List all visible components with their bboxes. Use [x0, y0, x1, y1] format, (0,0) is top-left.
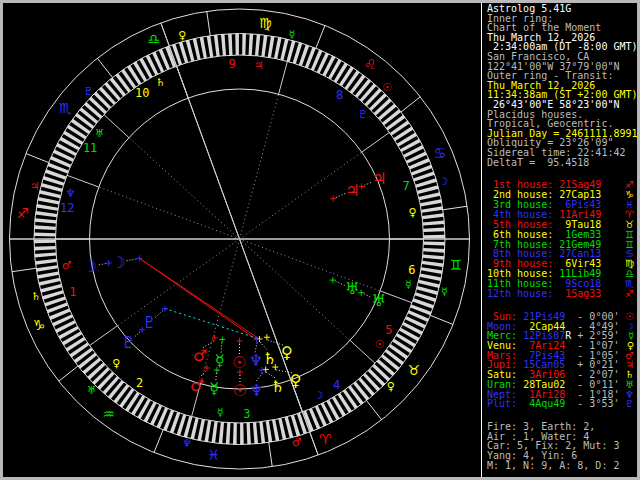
house-cusp-spoke: [129, 138, 240, 239]
house-number: 4: [333, 378, 340, 392]
planet-position-table: Sun: 21Pis49 - 0°00'☉Moon: 2Cap44 - 4°49…: [487, 312, 640, 409]
aspect-line: [165, 309, 260, 339]
sign-divider: [316, 25, 325, 48]
sign-ruler-icon: ♅: [87, 384, 97, 397]
chart-info-line: DeltaT = 95.4518: [487, 158, 640, 168]
degree-tick-cell: [423, 254, 445, 259]
house-cusp-spoke: [99, 187, 240, 239]
degree-tick-cell: [99, 87, 116, 105]
degree-tick-cell: [34, 225, 56, 230]
degree-tick-cell: [418, 280, 440, 288]
degree-tick-cell: [280, 39, 288, 61]
degree-tick-cell: [36, 204, 58, 211]
degree-tick-cell: [420, 199, 442, 206]
degree-tick-cell: [372, 364, 390, 381]
degree-tick-cell: [422, 213, 444, 219]
sign-divider: [401, 97, 420, 112]
sign-ruler-icon: ☿: [288, 28, 295, 41]
degree-tick-cell: [423, 228, 445, 232]
sign-ruler-icon: ♀: [387, 380, 395, 393]
planet-pointer-line: [98, 264, 106, 265]
house-number: 12: [60, 201, 74, 215]
sign-divider: [59, 366, 78, 381]
natal-planet-icon: ☉: [232, 353, 246, 372]
degree-tick-cell: [423, 220, 445, 225]
degree-tick-cell: [193, 38, 201, 60]
element-stats-block: Fire: 3, Earth: 2,Air : 1, Water: 4Car: …: [487, 422, 640, 471]
house-number: 1: [69, 285, 76, 299]
zodiac-sign-icon: ♑: [33, 317, 46, 333]
sign-divider: [207, 11, 210, 35]
sign-divider: [12, 268, 36, 271]
degree-tick-cell: [235, 34, 239, 56]
zodiac-sign-icon: ♏: [59, 100, 72, 116]
sign-divider: [97, 58, 112, 77]
degree-tick-cell: [197, 419, 205, 441]
house-number: 9: [228, 57, 235, 71]
house-number: 6: [408, 263, 415, 277]
degree-tick-cell: [368, 369, 386, 387]
sign-divider: [269, 442, 272, 466]
house-number: 5: [385, 323, 392, 337]
degree-tick-cell: [36, 265, 58, 272]
house-number: 11: [83, 141, 97, 155]
degree-tick-cell: [272, 420, 279, 442]
planet-row: Plut: 4Aqu49 - 3°53'♇: [487, 399, 640, 409]
degree-tick-cell: [190, 418, 198, 440]
degree-tick-cell: [83, 358, 102, 375]
house-cusp-spoke: [240, 94, 279, 239]
zodiac-sign-icon: ♍: [259, 15, 272, 31]
transit-planet-icon: ♅: [371, 291, 385, 310]
zodiac-sign-icon: ♌: [364, 56, 377, 72]
natal-planet-icon: ♀: [281, 343, 293, 362]
transit-planet-icon: ♀: [290, 371, 302, 390]
sign-ruler-icon: ☽: [438, 175, 448, 188]
natal-planet-icon: ☿: [215, 351, 225, 370]
house-number: 10: [135, 86, 149, 100]
degree-tick-cell: [35, 252, 57, 257]
degree-tick-cell: [34, 232, 56, 236]
transit-planet-icon: ☽: [83, 257, 97, 276]
degree-tick-cell: [249, 34, 254, 56]
house-ruler-icon: ♂: [62, 259, 72, 272]
degree-tick-cell: [38, 197, 60, 205]
degree-tick-cell: [35, 211, 57, 217]
sign-divider: [367, 401, 382, 420]
stats-line: M: 1, N: 9, A: 8, D: 2: [487, 461, 640, 471]
planet-pointer-line: [336, 281, 345, 285]
degree-tick-cell: [92, 367, 110, 385]
house-ruler-icon: ☽: [314, 389, 324, 402]
degree-tick-cell: [94, 92, 112, 110]
natal-planet-icon: ♅: [345, 279, 359, 298]
degree-tick-cell: [247, 423, 251, 445]
house-cusp-segment: [67, 175, 99, 187]
degree-tick-cell: [255, 34, 260, 56]
chart-info-block: Astrolog 5.41G Inner ring:Chart of the M…: [487, 4, 640, 167]
house-ruler-icon: ☉: [374, 338, 384, 351]
degree-tick-cell: [240, 423, 244, 445]
planet-pointer-line: [364, 294, 371, 297]
house-cusp-segment: [104, 115, 129, 138]
natal-planet-icon: ♆: [249, 351, 263, 370]
house-number: 7: [403, 179, 410, 193]
planet-position-value: 4Aqu49: [523, 399, 565, 409]
degree-tick-cell: [104, 82, 121, 101]
sign-ruler-icon: ♂: [292, 436, 302, 449]
transit-planet-icon: ☉: [233, 381, 247, 400]
planet-label: Plut:: [487, 399, 523, 409]
planet-icon: ♇: [625, 399, 634, 409]
planet-pointer-line: [364, 182, 371, 185]
planet-pointer-line: [336, 194, 345, 198]
degree-tick-cell: [221, 34, 226, 56]
house-ruler-icon: ♀: [408, 206, 416, 219]
sign-divider: [26, 154, 49, 163]
house-cusp-value: 1Sag33: [559, 289, 601, 299]
degree-tick-cell: [423, 235, 445, 239]
sign-divider: [154, 430, 163, 453]
degree-tick-cell: [35, 259, 57, 265]
degree-tick-cell: [34, 246, 56, 250]
degree-tick-cell: [378, 104, 397, 121]
transit-planet-icon: ♄: [271, 377, 285, 396]
degree-tick-cell: [369, 93, 387, 111]
degree-tick-cell: [365, 88, 382, 106]
